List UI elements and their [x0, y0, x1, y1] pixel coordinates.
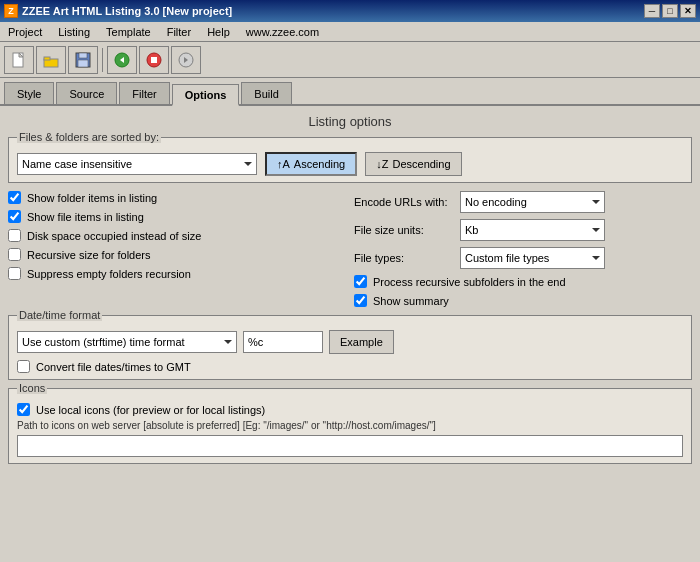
filesize-select[interactable]: Kb Mb Bytes — [460, 219, 605, 241]
tab-filter[interactable]: Filter — [119, 82, 169, 104]
process-recursive-row: Process recursive subfolders in the end — [354, 275, 692, 288]
use-local-icons-row: Use local icons (for preview or for loca… — [17, 403, 683, 416]
path-input[interactable] — [17, 435, 683, 457]
use-local-icons-label: Use local icons (for preview or for loca… — [36, 404, 265, 416]
show-file-label: Show file items in listing — [27, 211, 144, 223]
app-icon: Z — [4, 4, 18, 18]
recursive-size-row: Recursive size for folders — [8, 248, 346, 261]
show-file-checkbox[interactable] — [8, 210, 21, 223]
datetime-group: Date/time format Use custom (strftime) t… — [8, 315, 692, 380]
back-button[interactable] — [107, 46, 137, 74]
save-button[interactable] — [68, 46, 98, 74]
filetypes-row: File types: Custom file types All files … — [354, 247, 692, 269]
toolbar — [0, 42, 700, 78]
left-column: Show folder items in listing Show file i… — [8, 191, 346, 307]
svg-rect-3 — [44, 57, 50, 60]
convert-gmt-checkbox[interactable] — [17, 360, 30, 373]
disk-space-checkbox[interactable] — [8, 229, 21, 242]
disk-space-label: Disk space occupied instead of size — [27, 230, 201, 242]
stop-button[interactable] — [139, 46, 169, 74]
tab-source[interactable]: Source — [56, 82, 117, 104]
toolbar-separator-1 — [102, 48, 103, 72]
ascending-icon: ↑A — [277, 158, 290, 170]
filesize-label: File size units: — [354, 224, 454, 236]
filesize-row: File size units: Kb Mb Bytes — [354, 219, 692, 241]
maximize-button[interactable]: □ — [662, 4, 678, 18]
convert-gmt-label: Convert file dates/times to GMT — [36, 361, 191, 373]
menu-project[interactable]: Project — [0, 24, 50, 40]
menu-help[interactable]: Help — [199, 24, 238, 40]
show-summary-row: Show summary — [354, 294, 692, 307]
ascending-label: Ascending — [294, 158, 345, 170]
show-folder-row: Show folder items in listing — [8, 191, 346, 204]
filetypes-select[interactable]: Custom file types All files Web files — [460, 247, 605, 269]
encode-select[interactable]: No encoding URL encoding HTML encoding — [460, 191, 605, 213]
open-button[interactable] — [36, 46, 66, 74]
datetime-format-input[interactable] — [243, 331, 323, 353]
disk-space-row: Disk space occupied instead of size — [8, 229, 346, 242]
descending-icon: ↓Z — [376, 158, 388, 170]
filetypes-label: File types: — [354, 252, 454, 264]
menu-website[interactable]: www.zzee.com — [238, 24, 327, 40]
sort-group: Files & folders are sorted by: Name case… — [8, 137, 692, 183]
suppress-empty-checkbox[interactable] — [8, 267, 21, 280]
svg-rect-10 — [151, 57, 157, 63]
suppress-empty-row: Suppress empty folders recursion — [8, 267, 346, 280]
example-button[interactable]: Example — [329, 330, 394, 354]
menu-template[interactable]: Template — [98, 24, 159, 40]
svg-rect-5 — [79, 53, 87, 58]
process-recursive-label: Process recursive subfolders in the end — [373, 276, 566, 288]
minimize-button[interactable]: ─ — [644, 4, 660, 18]
page-title: Listing options — [8, 114, 692, 129]
convert-gmt-row: Convert file dates/times to GMT — [17, 360, 683, 373]
show-folder-checkbox[interactable] — [8, 191, 21, 204]
svg-rect-6 — [78, 60, 88, 67]
options-grid: Show folder items in listing Show file i… — [8, 191, 692, 307]
descending-button[interactable]: ↓Z Descending — [365, 152, 461, 176]
sort-select[interactable]: Name case insensitive Name case sensitiv… — [17, 153, 257, 175]
process-recursive-checkbox[interactable] — [354, 275, 367, 288]
ascending-button[interactable]: ↑A Ascending — [265, 152, 357, 176]
show-folder-label: Show folder items in listing — [27, 192, 157, 204]
recursive-size-label: Recursive size for folders — [27, 249, 151, 261]
encode-row: Encode URLs with: No encoding URL encodi… — [354, 191, 692, 213]
forward-button[interactable] — [171, 46, 201, 74]
icons-group: Icons Use local icons (for preview or fo… — [8, 388, 692, 464]
icons-group-label: Icons — [17, 382, 47, 394]
tab-bar: Style Source Filter Options Build — [0, 78, 700, 106]
show-file-row: Show file items in listing — [8, 210, 346, 223]
datetime-group-label: Date/time format — [17, 309, 102, 321]
show-summary-checkbox[interactable] — [354, 294, 367, 307]
sort-group-label: Files & folders are sorted by: — [17, 131, 161, 143]
encode-label: Encode URLs with: — [354, 196, 454, 208]
menu-listing[interactable]: Listing — [50, 24, 98, 40]
right-column: Encode URLs with: No encoding URL encodi… — [354, 191, 692, 307]
tab-style[interactable]: Style — [4, 82, 54, 104]
menu-filter[interactable]: Filter — [159, 24, 199, 40]
path-label: Path to icons on web server [absolute is… — [17, 420, 683, 431]
menu-bar: Project Listing Template Filter Help www… — [0, 22, 700, 42]
main-content: Listing options Files & folders are sort… — [0, 106, 700, 562]
new-button[interactable] — [4, 46, 34, 74]
suppress-empty-label: Suppress empty folders recursion — [27, 268, 191, 280]
show-summary-label: Show summary — [373, 295, 449, 307]
use-local-icons-checkbox[interactable] — [17, 403, 30, 416]
datetime-select[interactable]: Use custom (strftime) time format ISO fo… — [17, 331, 237, 353]
descending-label: Descending — [392, 158, 450, 170]
title-bar: Z ZZEE Art HTML Listing 3.0 [New project… — [0, 0, 700, 22]
recursive-size-checkbox[interactable] — [8, 248, 21, 261]
tab-build[interactable]: Build — [241, 82, 291, 104]
window-title: ZZEE Art HTML Listing 3.0 [New project] — [22, 5, 232, 17]
close-button[interactable]: ✕ — [680, 4, 696, 18]
tab-options[interactable]: Options — [172, 84, 240, 106]
